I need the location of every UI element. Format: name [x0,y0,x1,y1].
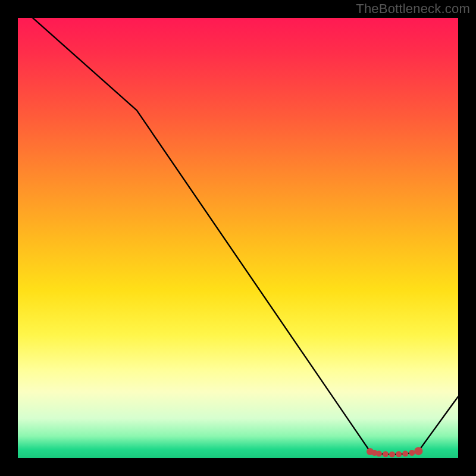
curve-marker-dot [414,447,422,455]
watermark-text: TheBottleneck.com [356,1,470,17]
curve-marker-dot [383,451,389,457]
curve-marker-dot [396,451,402,457]
curve-line [18,18,458,455]
curve-marker-dot [409,450,415,456]
curve-marker-dot [376,451,382,457]
curve-marker-dot [389,452,395,458]
curve-markers [367,447,422,458]
curve-marker-dot [402,451,408,457]
chart-svg [18,18,458,458]
chart-stage: TheBottleneck.com [0,0,476,476]
plot-area [18,18,458,458]
